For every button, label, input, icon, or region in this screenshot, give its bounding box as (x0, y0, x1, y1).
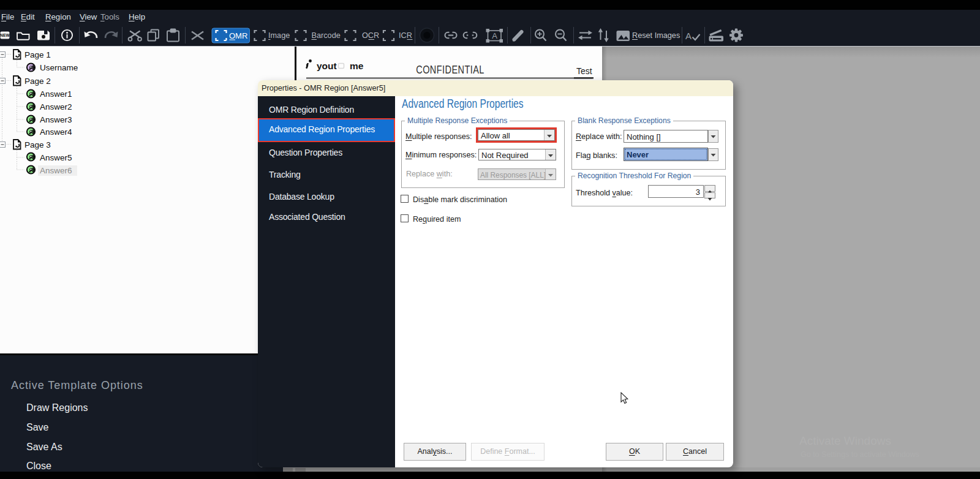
svg-text:Page 1: Page 1 (24, 50, 51, 59)
svg-text:Page 3: Page 3 (24, 140, 51, 149)
svg-text:OCR: OCR (362, 31, 379, 40)
svg-text:Answer3: Answer3 (40, 115, 72, 124)
svg-text:yout: yout (317, 61, 337, 71)
svg-text:Answer1: Answer1 (40, 89, 72, 99)
svg-text:Page 2: Page 2 (24, 77, 51, 86)
svg-text:Test: Test (576, 66, 592, 76)
svg-text:Answer5: Answer5 (40, 153, 72, 162)
svg-text:OMR: OMR (229, 31, 247, 40)
svg-text:Username: Username (40, 63, 78, 72)
svg-text:Answer4: Answer4 (40, 127, 72, 137)
svg-text:me: me (350, 61, 364, 71)
svg-text:NEW: NEW (0, 33, 10, 37)
svg-text:Answer6: Answer6 (40, 166, 72, 175)
svg-text:Answer2: Answer2 (40, 102, 72, 111)
svg-text:A: A (685, 31, 692, 41)
svg-text:Image: Image (268, 31, 290, 40)
svg-text:Barcode: Barcode (312, 31, 341, 40)
svg-text:Reset Images: Reset Images (632, 31, 680, 40)
svg-text:CONFIDENTIAL: CONFIDENTIAL (416, 64, 484, 76)
svg-text:ICR: ICR (399, 31, 412, 40)
svg-text:A: A (492, 31, 497, 40)
